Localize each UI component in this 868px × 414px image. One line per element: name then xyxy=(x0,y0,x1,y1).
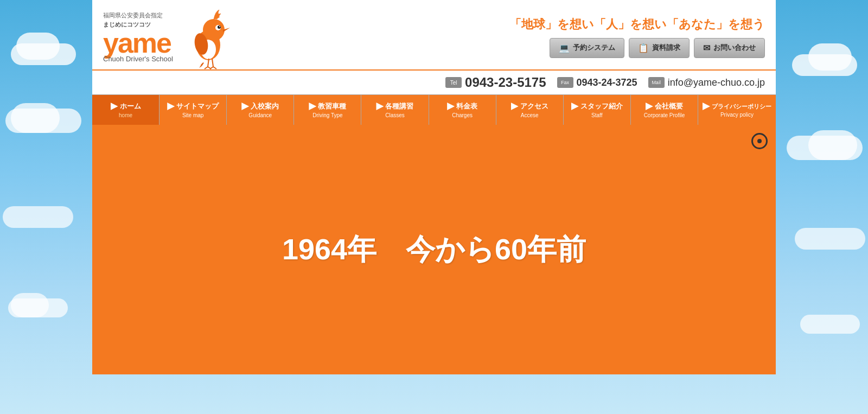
tel-number: 0943-23-5175 xyxy=(465,75,546,90)
svg-line-13 xyxy=(213,67,216,69)
svg-point-2 xyxy=(203,19,225,41)
nav-bar: ホーム home サイトマップ Site map 入校案内 Guidance xyxy=(92,94,776,125)
main-content: 1964年 今から60年前 xyxy=(92,125,776,374)
nav-driving-inner: 教習車種 Driving Type xyxy=(309,101,346,118)
nav-charges-jp: 料金表 xyxy=(447,101,477,111)
contact-bar: Tel 0943-23-5175 Fax 0943-24-3725 Mail i… xyxy=(92,69,776,94)
logo-sub: Chuoh Driver's School xyxy=(103,55,173,63)
nav-charges-inner: 料金表 Charges xyxy=(447,101,477,118)
nav-item-guidance[interactable]: 入校案内 Guidance xyxy=(227,95,294,125)
nav-staff-inner: スタッフ紹介 Staff xyxy=(571,101,623,118)
nav-guidance-inner: 入校案内 Guidance xyxy=(241,101,279,118)
nav-home-inner: ホーム home xyxy=(111,101,141,118)
nav-sitemap-en: Site map xyxy=(182,112,203,118)
scroll-dot xyxy=(757,139,762,143)
nav-item-privacy[interactable]: プライバシーポリシー Privacy policy xyxy=(698,95,776,125)
play-icon-charges xyxy=(447,103,455,110)
svg-line-12 xyxy=(210,67,213,69)
tel-info: Tel 0943-23-5175 xyxy=(445,75,546,90)
nav-staff-jp: スタッフ紹介 xyxy=(571,101,623,111)
nav-item-access[interactable]: アクセス Accese xyxy=(496,95,564,125)
play-icon-access xyxy=(511,103,519,110)
mail-badge: Mail xyxy=(648,77,665,88)
hero-text: 1964年 今から60年前 xyxy=(282,230,586,270)
play-icon-sitemap xyxy=(167,103,175,110)
fax-info: Fax 0943-24-3725 xyxy=(557,77,637,88)
header-top: 福岡県公安委員会指定 まじめにコツコツ yame Chuoh Driver's … xyxy=(92,0,776,69)
header-buttons: 💻 予約システム 📋 資料請求 ✉ お問い合わせ xyxy=(550,38,765,58)
nav-privacy-jp: プライバシーポリシー xyxy=(703,103,771,111)
nav-driving-jp: 教習車種 xyxy=(309,101,346,111)
svg-line-9 xyxy=(205,67,208,69)
play-icon-classes xyxy=(376,103,384,110)
nav-home-jp: ホーム xyxy=(111,101,141,111)
logo-area: 福岡県公安委員会指定 まじめにコツコツ yame Chuoh Driver's … xyxy=(103,4,233,69)
nav-classes-en: Classes xyxy=(385,112,405,118)
main-wrapper: 福岡県公安委員会指定 まじめにコツコツ yame Chuoh Driver's … xyxy=(92,0,776,414)
nav-item-charges[interactable]: 料金表 Charges xyxy=(429,95,496,125)
play-icon-driving xyxy=(309,103,316,110)
nav-corporate-jp: 会社概要 xyxy=(646,101,683,111)
nav-item-sitemap[interactable]: サイトマップ Site map xyxy=(159,95,227,125)
logo-main: yame xyxy=(103,29,173,57)
play-icon-guidance xyxy=(241,103,249,110)
nav-classes-jp: 各種講習 xyxy=(376,101,413,111)
nav-access-inner: アクセス Accese xyxy=(511,101,548,118)
tagline: 「地球」を想い「人」を想い「あなた」を想う xyxy=(509,16,765,33)
contact-icon: ✉ xyxy=(703,43,710,53)
nav-corporate-inner: 会社概要 Corporate Profile xyxy=(644,101,685,118)
nav-item-driving-type[interactable]: 教習車種 Driving Type xyxy=(294,95,361,125)
nav-sitemap-jp: サイトマップ xyxy=(167,101,219,111)
logo-text-area: 福岡県公安委員会指定 まじめにコツコツ yame Chuoh Driver's … xyxy=(103,11,173,63)
scroll-indicator xyxy=(751,133,768,149)
nav-item-home[interactable]: ホーム home xyxy=(92,95,159,125)
fax-number: 0943-24-3725 xyxy=(577,77,637,88)
play-icon-corporate xyxy=(646,103,653,110)
play-icon-home xyxy=(111,103,118,110)
nav-item-classes[interactable]: 各種講習 Classes xyxy=(361,95,429,125)
play-icon-privacy xyxy=(703,103,710,110)
mail-address: info@yame-chuo.co.jp xyxy=(668,77,765,88)
nav-privacy-en: Privacy policy xyxy=(720,112,754,118)
play-icon-staff xyxy=(571,103,579,110)
logo-badge: 福岡県公安委員会指定 xyxy=(103,11,173,20)
header-right: 「地球」を想い「人」を想い「あなた」を想う 💻 予約システム 📋 資料請求 ✉ … xyxy=(509,16,765,58)
nav-guidance-en: Guidance xyxy=(248,112,272,118)
nav-classes-inner: 各種講習 Classes xyxy=(376,101,413,118)
nav-home-en: home xyxy=(119,112,132,118)
bird-mascot xyxy=(184,7,233,69)
header: 福岡県公安委員会指定 まじめにコツコツ yame Chuoh Driver's … xyxy=(92,0,776,94)
nav-access-en: Accese xyxy=(521,112,539,118)
brochure-icon: 📋 xyxy=(638,43,649,53)
nav-sitemap-inner: サイトマップ Site map xyxy=(167,101,219,118)
svg-point-4 xyxy=(218,26,221,29)
brochure-label: 資料請求 xyxy=(652,43,680,53)
svg-point-5 xyxy=(219,26,220,27)
nav-corporate-en: Corporate Profile xyxy=(644,112,685,118)
nav-item-staff[interactable]: スタッフ紹介 Staff xyxy=(564,95,631,125)
mail-info: Mail info@yame-chuo.co.jp xyxy=(648,77,765,88)
fax-badge: Fax xyxy=(557,77,573,88)
reservation-label: 予約システム xyxy=(573,43,615,53)
brochure-button[interactable]: 📋 資料請求 xyxy=(629,38,690,58)
reservation-icon: 💻 xyxy=(559,43,570,53)
nav-access-jp: アクセス xyxy=(511,101,548,111)
nav-driving-en: Driving Type xyxy=(312,112,342,118)
contact-label: お問い合わせ xyxy=(713,43,756,53)
reservation-button[interactable]: 💻 予約システム xyxy=(550,38,624,58)
nav-item-corporate[interactable]: 会社概要 Corporate Profile xyxy=(631,95,698,125)
tel-badge: Tel xyxy=(445,77,462,88)
nav-charges-en: Charges xyxy=(452,112,473,118)
svg-line-11 xyxy=(212,59,213,67)
nav-guidance-jp: 入校案内 xyxy=(241,101,279,111)
nav-staff-en: Staff xyxy=(591,112,602,118)
contact-button[interactable]: ✉ お問い合わせ xyxy=(694,38,765,58)
nav-privacy-inner: プライバシーポリシー Privacy policy xyxy=(703,103,771,118)
